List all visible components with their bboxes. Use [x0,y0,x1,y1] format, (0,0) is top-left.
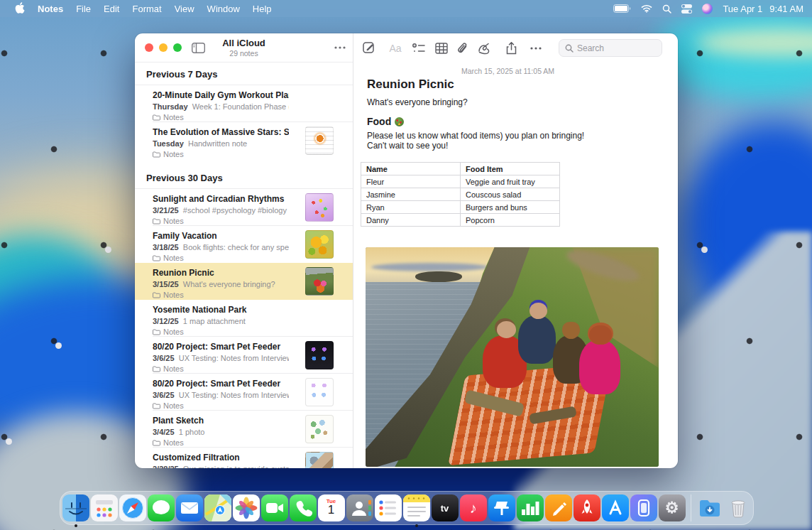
dock-maps-icon[interactable] [204,494,231,521]
dock-keynote-icon[interactable] [488,494,515,521]
menu-item-view[interactable]: View [168,4,201,14]
wallpaper-dot [105,247,111,253]
search-icon[interactable] [662,4,671,13]
table-row: DannyPopcorn [361,214,560,227]
dock: Tue 1 tv ♪ [60,491,754,525]
markup-icon[interactable] [476,41,492,55]
menu-item-format[interactable]: Format [126,4,168,14]
desktop: Notes File Edit Format View Window Help … [0,0,812,530]
close-button[interactable] [145,43,153,52]
dock-launchpad-icon[interactable] [91,494,118,521]
notes-list[interactable]: Previous 7 Days 20-Minute Daily Gym Work… [135,63,353,468]
menu-item-window[interactable]: Window [201,4,246,14]
apple-menu-icon[interactable] [9,2,31,16]
note-intro: What's everyone bringing? [367,97,468,107]
dock-rocket-icon[interactable] [574,494,600,521]
menu-item-edit[interactable]: Edit [97,4,126,14]
menu-item-notes[interactable]: Notes [31,4,70,14]
photo-island [415,271,462,282]
dock-music-icon[interactable]: ♪ [460,494,487,521]
battery-icon[interactable] [613,4,631,13]
dock-trash-icon[interactable] [725,494,752,521]
dock-photos-icon[interactable] [233,494,260,521]
folder-icon [153,403,160,409]
note-row-pet-feeder-2[interactable]: 80/20 Project: Smart Pet Feeder 3/6/25 U… [135,374,353,411]
note-row-reunion-picnic-selected[interactable]: Reunion Picnic 3/15/25 What's everyone b… [135,263,353,300]
note-thumbnail-molecule [305,193,334,222]
dock-iphone-mirroring-icon[interactable] [630,494,657,521]
folder-icon [153,114,160,121]
attach-icon[interactable] [455,41,471,55]
format-button[interactable]: Aa [388,41,403,55]
calendar-day: 1 [318,504,345,516]
checklist-icon[interactable] [411,41,427,55]
share-icon[interactable] [503,41,519,55]
dock-apple-tv-icon[interactable]: tv [432,494,459,521]
table-header-name: Name [361,163,461,175]
new-note-icon[interactable] [361,41,377,55]
table-row: RyanBurgers and buns [361,201,560,214]
toggle-sidebar-icon[interactable] [192,43,205,53]
menubar-clock[interactable]: Tue Apr 1 9:41 AM [723,4,803,14]
siri-icon[interactable] [702,4,713,14]
note-timestamp: March 15, 2025 at 11:05 AM [353,67,662,75]
note-thumbnail-picnic [305,267,334,296]
dock-contacts-icon[interactable] [346,494,373,521]
dock-divider [691,494,691,521]
dock-system-settings-icon[interactable]: ⚙ [659,494,686,521]
picnic-photo[interactable] [366,247,659,467]
salad-emoji [395,117,404,126]
dock-downloads-icon[interactable] [696,494,723,521]
table-row: JasmineCouscous salad [361,188,560,201]
note-row-pet-feeder-1[interactable]: 80/20 Project: Smart Pet Feeder 3/6/25 U… [135,337,353,374]
photo-person-navy-jacket [518,315,556,364]
note-thumbnail-filter [305,452,334,468]
note-thumbnail-lemons [305,230,334,259]
menu-item-file[interactable]: File [70,4,97,14]
dock-messages-icon[interactable] [148,494,175,521]
note-thumbnail-diagram-dark [305,341,334,369]
folder-icon [153,329,160,335]
dock-safari-icon[interactable] [119,494,146,521]
control-center-icon[interactable] [681,4,692,13]
note-row-yosemite[interactable]: Yosemite National Park 3/12/25 1 map att… [135,300,353,337]
tv-label: tv [432,494,459,521]
dock-finder-icon[interactable] [62,494,89,521]
folder-icon [153,151,160,158]
dock-calendar-icon[interactable]: Tue 1 [318,494,345,521]
dock-facetime-icon[interactable] [261,494,288,521]
notes-toolbar: Aa [353,33,678,63]
dock-pages-icon[interactable] [545,494,572,521]
section-header: Previous 30 Days [135,166,353,189]
dock-numbers-icon[interactable] [517,494,544,521]
wifi-icon[interactable] [641,4,652,13]
dock-app-store-icon[interactable] [602,494,629,521]
photo-far-hills [371,263,488,271]
folder-icon [153,366,160,372]
dock-mail-icon[interactable] [176,494,203,521]
note-body-line1: Please let us know what food items) you … [367,131,584,141]
note-row-filtration[interactable]: Customized Filtration 2/28/25 Our missio… [135,448,353,468]
dock-reminders-icon[interactable] [375,494,402,521]
food-heading: Food [367,116,404,127]
note-row-circadian[interactable]: Sunlight and Circadian Rhythms 3/21/25 #… [135,189,353,226]
dock-notes-icon[interactable] [403,494,430,521]
dock-phone-icon[interactable] [290,494,317,521]
table-icon[interactable] [434,41,449,55]
folder-icon [153,292,160,298]
table-row: FleurVeggie and fruit tray [361,175,560,188]
search-field[interactable]: Search [559,39,662,57]
more-options-icon[interactable] [334,46,346,49]
more-icon[interactable] [528,41,544,55]
folder-icon [153,255,160,261]
note-title: Reunion Picnic [367,77,454,92]
note-row-gym-workout[interactable]: 20-Minute Daily Gym Workout Plan for One… [135,85,353,122]
food-table[interactable]: Name Food Item FleurVeggie and fruit tra… [361,162,560,227]
menu-item-help[interactable]: Help [246,4,278,14]
list-header: All iCloud 29 notes [135,33,353,63]
note-row-massive-stars[interactable]: The Evolution of Massive Stars: Supern… … [135,122,353,159]
note-row-family-vacation[interactable]: Family Vacation 3/18/25 Book flights: ch… [135,226,353,263]
note-row-plant-sketch[interactable]: Plant Sketch 3/4/25 1 photo Notes [135,411,353,448]
zoom-button[interactable] [173,43,182,52]
minimize-button[interactable] [159,43,168,52]
